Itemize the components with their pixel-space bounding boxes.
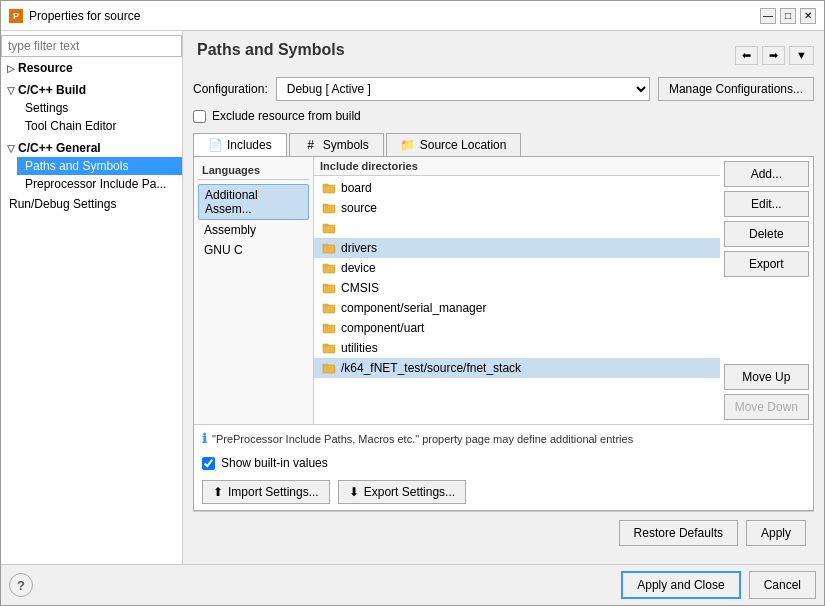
sidebar-item-preprocessor[interactable]: Preprocessor Include Pa... <box>17 175 182 193</box>
delete-button[interactable]: Delete <box>724 221 809 247</box>
cancel-button[interactable]: Cancel <box>749 571 816 599</box>
dir-board-label: board <box>341 181 372 195</box>
dir-item-device[interactable]: device <box>314 258 720 278</box>
config-select[interactable]: Debug [ Active ] <box>276 77 650 101</box>
dir-cmsis-label: CMSIS <box>341 281 379 295</box>
language-item-assembly[interactable]: Assembly <box>198 220 309 240</box>
config-label: Configuration: <box>193 82 268 96</box>
dir-utilities-label: utilities <box>341 341 378 355</box>
svg-rect-1 <box>323 184 328 186</box>
tab-includes[interactable]: 📄 Includes <box>193 133 287 157</box>
dir-serial-label: component/serial_manager <box>341 301 486 315</box>
title-bar-left: P Properties for source <box>9 9 140 23</box>
manage-configurations-button[interactable]: Manage Configurations... <box>658 77 814 101</box>
svg-rect-7 <box>323 244 328 246</box>
tab-includes-label: Includes <box>227 138 272 152</box>
tabs-row: 📄 Includes # Symbols 📁 Source Location <box>193 133 814 157</box>
back-button[interactable]: ⬅ <box>735 46 758 65</box>
dir-device-label: device <box>341 261 376 275</box>
sidebar-item-paths-symbols[interactable]: Paths and Symbols <box>17 157 182 175</box>
window-icon: P <box>9 9 23 23</box>
dir-item-cmsis[interactable]: CMSIS <box>314 278 720 298</box>
language-item-gnu-c[interactable]: GNU C <box>198 240 309 260</box>
maximize-button[interactable]: □ <box>780 8 796 24</box>
action-buttons: Add... Edit... Delete Export Move Up Mov… <box>720 157 813 424</box>
folder-icon-drivers <box>322 241 336 255</box>
directories-panel: Include directories board source <box>314 157 720 424</box>
sidebar-item-settings[interactable]: Settings <box>17 99 182 117</box>
filter-input[interactable] <box>1 35 182 57</box>
folder-icon-board <box>322 181 336 195</box>
content-area: ▷ Resource ▽ C/C++ Build Settings Tool C… <box>1 31 824 564</box>
tab-symbols-label: Symbols <box>323 138 369 152</box>
tab-source-location-label: Source Location <box>420 138 507 152</box>
add-button[interactable]: Add... <box>724 161 809 187</box>
show-builtin-checkbox[interactable] <box>202 457 215 470</box>
sidebar-item-cpp-general-label: C/C++ General <box>18 141 101 155</box>
checkbox-row: Show built-in values <box>194 452 813 474</box>
move-down-button[interactable]: Move Down <box>724 394 809 420</box>
sidebar-item-cpp-general[interactable]: ▽ C/C++ General <box>1 139 182 157</box>
minimize-button[interactable]: — <box>760 8 776 24</box>
nav-icons: ⬅ ➡ ▼ <box>735 46 814 65</box>
folder-icon-uart <box>322 321 336 335</box>
panel-title: Paths and Symbols <box>193 41 345 59</box>
dir-item-unnamed[interactable] <box>314 218 720 238</box>
export-button[interactable]: Export <box>724 251 809 277</box>
main-window: P Properties for source — □ ✕ ▷ Resource <box>0 0 825 606</box>
import-settings-button[interactable]: ⬆ Import Settings... <box>202 480 330 504</box>
exclude-checkbox[interactable] <box>193 110 206 123</box>
sidebar-item-resource-label: Resource <box>18 61 73 75</box>
language-item-additional-asm[interactable]: Additional Assem... <box>198 184 309 220</box>
close-button[interactable]: ✕ <box>800 8 816 24</box>
source-tab-icon: 📁 <box>401 138 415 152</box>
language-assembly-label: Assembly <box>204 223 256 237</box>
sidebar-item-paths-label: Paths and Symbols <box>25 159 128 173</box>
sidebar-group-cpp-general: ▽ C/C++ General Paths and Symbols Prepro… <box>1 137 182 195</box>
info-row: ℹ "PreProcessor Include Paths, Macros et… <box>194 424 813 452</box>
help-button[interactable]: ? <box>9 573 33 597</box>
menu-button[interactable]: ▼ <box>789 46 814 65</box>
apply-and-close-button[interactable]: Apply and Close <box>621 571 740 599</box>
dir-item-drivers[interactable]: drivers <box>314 238 720 258</box>
dir-item-component-serial[interactable]: component/serial_manager <box>314 298 720 318</box>
sidebar-item-run-debug-label: Run/Debug Settings <box>9 197 116 211</box>
folder-icon-cmsis <box>322 281 336 295</box>
tab-symbols[interactable]: # Symbols <box>289 133 384 156</box>
includes-tab-icon: 📄 <box>208 138 222 152</box>
directories-header: Include directories <box>314 157 720 176</box>
dir-item-source[interactable]: source <box>314 198 720 218</box>
dir-item-board[interactable]: board <box>314 178 720 198</box>
restore-defaults-button[interactable]: Restore Defaults <box>619 520 738 546</box>
language-gnu-c-label: GNU C <box>204 243 243 257</box>
import-label: Import Settings... <box>228 485 319 499</box>
apply-button[interactable]: Apply <box>746 520 806 546</box>
dir-item-fnet-stack[interactable]: /k64_fNET_test/source/fnet_stack <box>314 358 720 378</box>
export-settings-button[interactable]: ⬇ Export Settings... <box>338 480 466 504</box>
dir-item-component-uart[interactable]: component/uart <box>314 318 720 338</box>
sidebar-item-cpp-build-label: C/C++ Build <box>18 83 86 97</box>
folder-icon-utilities <box>322 341 336 355</box>
show-builtin-label: Show built-in values <box>221 456 328 470</box>
forward-button[interactable]: ➡ <box>762 46 785 65</box>
sidebar-item-run-debug[interactable]: Run/Debug Settings <box>1 195 182 213</box>
edit-button[interactable]: Edit... <box>724 191 809 217</box>
exclude-row: Exclude resource from build <box>193 109 814 123</box>
dir-item-utilities[interactable]: utilities <box>314 338 720 358</box>
move-up-button[interactable]: Move Up <box>724 364 809 390</box>
sidebar: ▷ Resource ▽ C/C++ Build Settings Tool C… <box>1 31 183 564</box>
folder-icon-device <box>322 261 336 275</box>
sidebar-item-resource[interactable]: ▷ Resource <box>1 59 182 77</box>
info-icon: ℹ <box>202 431 207 446</box>
dir-drivers-label: drivers <box>341 241 377 255</box>
symbols-tab-icon: # <box>304 138 318 152</box>
export-icon: ⬇ <box>349 485 359 499</box>
sidebar-item-tool-chain-editor[interactable]: Tool Chain Editor <box>17 117 182 135</box>
tab-source-location[interactable]: 📁 Source Location <box>386 133 522 156</box>
svg-rect-15 <box>323 324 328 326</box>
svg-rect-11 <box>323 284 328 286</box>
title-controls: — □ ✕ <box>760 8 816 24</box>
sidebar-item-cpp-build[interactable]: ▽ C/C++ Build <box>1 81 182 99</box>
exclude-label: Exclude resource from build <box>212 109 361 123</box>
title-bar: P Properties for source — □ ✕ <box>1 1 824 31</box>
